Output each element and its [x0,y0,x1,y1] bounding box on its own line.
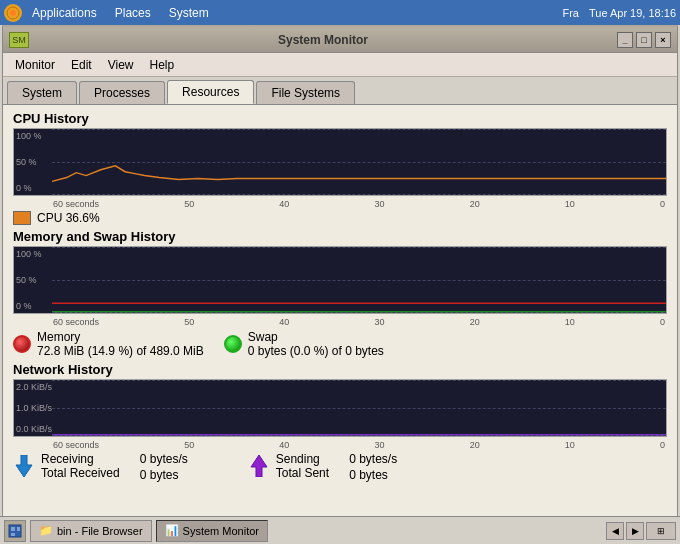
mem-x-30: 30 [375,317,385,327]
network-chart: 2.0 KiB/s 1.0 KiB/s 0.0 KiB/s [13,379,667,437]
maximize-button[interactable]: □ [636,32,652,48]
cpu-x-60: 60 seconds [53,199,99,209]
tabs: System Processes Resources File Systems [3,77,677,105]
cpu-x-20: 20 [470,199,480,209]
cpu-y-50: 50 % [16,157,42,167]
cpu-y-100: 100 % [16,131,42,141]
mem-x-0: 0 [660,317,665,327]
cpu-y-0: 0 % [16,183,42,193]
window-titlebar: SM System Monitor _ □ × [3,27,677,53]
total-received-label: Total Received [41,466,120,480]
gnome-icon [4,4,22,22]
network-chart-area [52,380,666,436]
sending-value: 0 bytes/s [349,452,397,466]
top-bar: Applications Places System Fra Tue Apr 1… [0,0,680,25]
net-x-10: 10 [565,440,575,450]
memory-legend: Memory 72.8 MiB (14.9 %) of 489.0 MiB Sw… [13,330,667,358]
memory-value: 72.8 MiB (14.9 %) of 489.0 MiB [37,344,204,358]
mem-x-60: 60 seconds [53,317,99,327]
tab-resources[interactable]: Resources [167,80,254,104]
cpu-chart: 100 % 50 % 0 % [13,128,667,196]
window-title: System Monitor [29,33,617,47]
net-grid-mid [52,408,666,409]
cpu-grid-top [52,129,666,130]
system-monitor-window: SM System Monitor _ □ × Monitor Edit Vie… [2,25,678,519]
net-x-20: 20 [470,440,480,450]
tab-filesystems[interactable]: File Systems [256,81,355,104]
network-section-title: Network History [13,362,667,377]
swap-label: Swap [248,330,384,344]
cpu-x-50: 50 [184,199,194,209]
receiving-values: 0 bytes/s 0 bytes [140,452,188,482]
mem-y-100: 100 % [16,249,42,259]
net-grid-top [52,380,666,381]
tab-processes[interactable]: Processes [79,81,165,104]
svg-rect-5 [11,527,15,531]
cpu-section: CPU History 100 % 50 % 0 % [13,111,667,225]
menu-edit[interactable]: Edit [63,56,100,74]
cpu-x-labels: 60 seconds 50 40 30 20 10 0 [13,199,667,209]
file-browser-icon: 📁 [39,524,53,537]
top-bar-left: Applications Places System [4,4,217,22]
close-button[interactable]: × [655,32,671,48]
menu-view[interactable]: View [100,56,142,74]
net-x-60: 60 seconds [53,440,99,450]
sending-label: Sending [276,452,329,466]
receiving-arrow-icon [13,455,35,477]
taskbar-desktop-icon[interactable] [4,520,26,542]
taskbar-btn-1[interactable]: ◀ [606,522,624,540]
net-x-0: 0 [660,440,665,450]
mem-x-20: 20 [470,317,480,327]
mem-x-10: 10 [565,317,575,327]
receiving-value: 0 bytes/s [140,452,188,466]
system-menu[interactable]: System [161,4,217,22]
svg-rect-7 [17,527,20,531]
svg-rect-6 [11,533,15,536]
cpu-grid-bot [52,194,666,195]
taskbar-btn-3[interactable]: ⊞ [646,522,676,540]
menu-help[interactable]: Help [142,56,183,74]
cpu-grid-mid [52,162,666,163]
system-monitor-icon: 📊 [165,524,179,537]
window-icon-placeholder: SM [9,32,29,48]
memory-legend-circle [13,335,31,353]
menu-monitor[interactable]: Monitor [7,56,63,74]
net-x-50: 50 [184,440,194,450]
swap-legend-item: Swap 0 bytes (0.0 %) of 0 bytes [224,330,384,358]
top-bar-right: Fra Tue Apr 19, 18:16 [562,7,676,19]
network-legend: Receiving Total Received 0 bytes/s 0 byt… [13,452,667,482]
mem-grid-mid [52,280,666,281]
taskbar-system-monitor[interactable]: 📊 System Monitor [156,520,268,542]
system-monitor-label: System Monitor [183,525,259,537]
cpu-y-labels: 100 % 50 % 0 % [14,129,44,195]
cpu-legend-label: CPU 36.6% [37,211,100,225]
content-area: CPU History 100 % 50 % 0 % [3,105,677,518]
taskbar-file-browser[interactable]: 📁 bin - File Browser [30,520,152,542]
memory-y-labels: 100 % 50 % 0 % [14,247,44,313]
menubar: Monitor Edit View Help [3,53,677,77]
cpu-x-30: 30 [375,199,385,209]
file-browser-label: bin - File Browser [57,525,143,537]
receiving-legend: Receiving Total Received [13,452,120,480]
memory-x-labels: 60 seconds 50 40 30 20 10 0 [13,317,667,327]
network-section: Network History 2.0 KiB/s 1.0 KiB/s 0.0 … [13,362,667,482]
mem-x-40: 40 [279,317,289,327]
mem-x-50: 50 [184,317,194,327]
places-menu[interactable]: Places [107,4,159,22]
window-controls: _ □ × [617,32,671,48]
minimize-button[interactable]: _ [617,32,633,48]
mem-grid-bot [52,312,666,313]
memory-legend-text: Memory 72.8 MiB (14.9 %) of 489.0 MiB [37,330,204,358]
applications-menu[interactable]: Applications [24,4,105,22]
total-received-value: 0 bytes [140,468,188,482]
memory-chart-area [52,247,666,313]
memory-section-title: Memory and Swap History [13,229,667,244]
cpu-legend-color [13,211,31,225]
tab-system[interactable]: System [7,81,77,104]
swap-legend-text: Swap 0 bytes (0.0 %) of 0 bytes [248,330,384,358]
taskbar-btn-2[interactable]: ▶ [626,522,644,540]
mem-grid-top [52,247,666,248]
mem-y-50: 50 % [16,275,42,285]
net-y-2: 2.0 KiB/s [16,382,52,392]
receiving-label: Receiving [41,452,120,466]
